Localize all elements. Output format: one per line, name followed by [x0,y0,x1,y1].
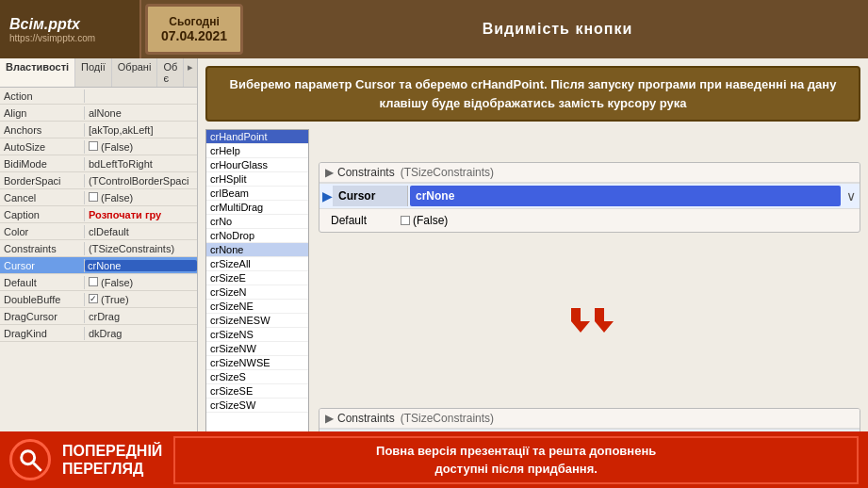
preview-icon[interactable] [9,439,51,480]
cursor-arrow-before: ▶ [319,188,333,203]
dropdown-item[interactable]: crSizeNW [206,342,308,356]
preview-text: ПОПЕРЕДНІЙ ПЕРЕГЛЯД [62,442,162,478]
tab-arrow[interactable]: ▸ [184,58,197,87]
svg-point-2 [22,451,35,464]
cursor-row-before: ▶ Cursor crNone ∨ [319,183,860,208]
dropdown-item[interactable]: crSizeNESW [206,314,308,328]
prop-value: clDefault [85,225,197,238]
svg-marker-0 [571,308,590,333]
cursor-dropdown-arrow-before[interactable]: ∨ [843,188,860,203]
default-checkbox-before[interactable] [401,216,410,225]
prop-value: Розпочати гру [85,208,197,221]
prop-value [85,95,197,97]
info-box: Виберемо параметр Cursor та оберемо crHa… [205,66,860,122]
logo-url: https://vsimpptx.com [9,33,130,43]
prop-row[interactable]: ColorclDefault [0,223,197,240]
prop-row[interactable]: AlignalNone [0,105,197,122]
prop-name: Caption [0,208,85,221]
header-center: Видимість кнопки [247,0,868,58]
prop-row[interactable]: Anchors[akTop,akLeft] [0,122,197,138]
dropdown-item[interactable]: crNo [206,215,308,229]
prop-value: dkDrag [85,327,197,340]
prop-value: (True) [85,293,197,306]
dropdown-item[interactable]: crHourGlass [206,158,308,172]
dropdown-item[interactable]: crSizeN [206,285,308,300]
prop-value: alNone [85,106,197,120]
red-arrows [319,306,860,334]
date-value: 07.04.2021 [161,28,227,43]
constraints-before-panel: ▶ Constraints (TSizeConstraints) ▶ Curso… [319,162,860,233]
prop-name: DragCursor [0,310,85,323]
prop-row[interactable]: Cancel (False) [0,189,197,206]
prop-value: (False) [85,276,197,289]
dropdown-item[interactable]: crHSplit [206,172,308,187]
prop-row[interactable]: DragCursorcrDrag [0,308,197,325]
default-row-before: Default (False) [319,208,860,232]
prop-row[interactable]: DoubleBuffe (True) [0,291,197,308]
prop-row[interactable]: BidiModebdLeftToRight [0,155,197,172]
checkbox-unchecked[interactable] [89,277,98,286]
dropdown-item[interactable]: crNone [206,243,308,257]
tab-ob[interactable]: Об є [157,58,184,87]
prop-name: Default [0,276,85,289]
svg-line-3 [34,464,41,471]
prop-row[interactable]: Constraints(TSizeConstraints) [0,240,197,257]
default-val-before: (False) [401,214,448,227]
prop-row[interactable]: DragKinddkDrag [0,325,197,342]
constraints-after-subtitle: (TSizeConstraints) [401,412,494,425]
bottom-bar: ПОПЕРЕДНІЙ ПЕРЕГЛЯД Повна версія презент… [0,431,868,488]
prop-row[interactable]: Action [0,88,197,105]
panel-tabs: Властивості Події Обрані Об є ▸ [0,58,197,88]
checkbox-unchecked[interactable] [89,141,98,151]
cursor-val-before: crNone [410,186,841,206]
expand-arrow-before[interactable]: ▶ [325,166,334,179]
search-icon [17,447,43,473]
dropdown-item[interactable]: crSizeS [206,370,308,384]
dropdown-item[interactable]: crSizeNWSE [206,356,308,370]
prop-row[interactable]: BorderSpaci(TControlBorderSpaci [0,172,197,189]
dropdown-item[interactable]: crNoDrop [206,229,308,243]
dropdown-item[interactable]: crSizeAll [206,257,308,271]
prop-value: bdLeftToRight [85,157,197,171]
properties-table: ActionAlignalNoneAnchors[akTop,akLeft]Au… [0,88,197,488]
dropdown-item[interactable]: crSizeE [206,271,308,285]
prop-value: (TSizeConstraints) [85,242,197,255]
prop-name: DoubleBuffe [0,293,85,306]
bottom-info-text: Повна версія презентації та решта доповн… [173,436,859,484]
tab-selected[interactable]: Обрані [112,58,158,87]
constraints-before-header: ▶ Constraints (TSizeConstraints) [319,163,860,183]
prop-name: Align [0,106,85,120]
checkbox-unchecked[interactable] [89,192,98,202]
left-panel: Властивості Події Обрані Об є ▸ ActionAl… [0,58,198,488]
checkbox-checked[interactable] [89,294,98,303]
prop-value: [akTop,akLeft] [85,123,197,137]
dropdown-item[interactable]: crHandPoint [206,130,308,144]
dropdown-item[interactable]: crSizeNS [206,328,308,342]
prop-row[interactable]: CaptionРозпочати гру [0,206,197,223]
dropdown-item[interactable]: crMultiDrag [206,201,308,215]
prop-value: (False) [85,191,197,204]
prop-name: DragKind [0,327,85,340]
main-content: Властивості Події Обрані Об є ▸ ActionAl… [0,58,868,488]
logo-title: Всім.pptx [9,16,130,33]
tab-events[interactable]: Події [75,58,112,87]
prop-name: Color [0,225,85,238]
prop-row[interactable]: CursorcrNone [0,257,197,274]
dropdown-item[interactable]: crHelp [206,144,308,158]
dropdown-item[interactable]: crSizeSW [206,399,308,413]
constraints-after-title: Constraints [337,412,395,425]
default-key-before: Default [325,212,401,229]
expand-arrow-after[interactable]: ▶ [325,412,334,425]
right-content: Виберемо параметр Cursor та оберемо crHa… [198,58,868,488]
prop-row[interactable]: AutoSize (False) [0,138,197,155]
prop-name: BidiMode [0,157,85,171]
prop-name: AutoSize [0,140,85,154]
prop-value: (False) [85,140,197,154]
prop-row[interactable]: Default (False) [0,274,197,291]
dropdown-item[interactable]: crSizeNE [206,300,308,314]
dropdown-item[interactable]: crSizeSE [206,384,308,399]
dropdown-item[interactable]: crIBeam [206,187,308,201]
svg-marker-1 [595,308,614,333]
cursor-key-before: Cursor [333,186,408,206]
tab-properties[interactable]: Властивості [0,58,75,87]
